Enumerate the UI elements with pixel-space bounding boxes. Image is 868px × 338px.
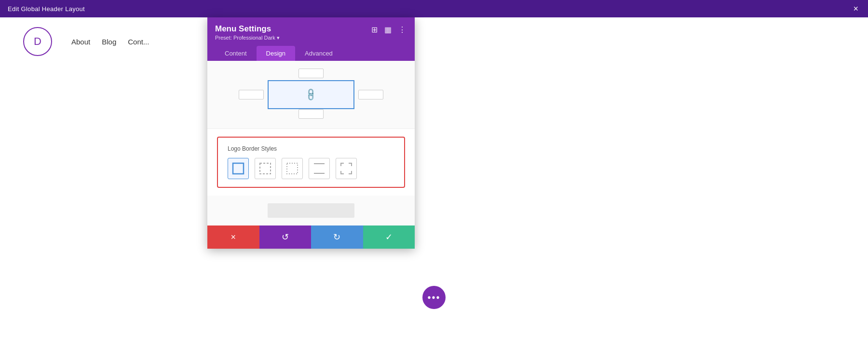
top-bar-title: Edit Global Header Layout [8, 5, 85, 13]
tab-design[interactable]: Design [257, 46, 295, 61]
more-options-icon-button[interactable]: ⋮ [397, 24, 407, 35]
svg-rect-0 [233, 163, 244, 174]
panel-footer: × ↺ ↻ ✓ [207, 225, 415, 249]
panel-tabs: Content Design Advanced [215, 46, 407, 61]
border-style-none-button[interactable] [336, 158, 357, 179]
padding-right-input[interactable]: 0px [358, 90, 383, 99]
padding-section: 0px 0px 🔗 0px 0px [207, 61, 415, 129]
nav-links: About Blog Cont... [71, 38, 149, 46]
padding-middle-row: 0px 🔗 0px [217, 80, 405, 109]
padding-preview-box: 🔗 [268, 80, 354, 109]
top-bar: Edit Global Header Layout × [0, 0, 868, 17]
reset-button[interactable]: ↺ [259, 225, 312, 249]
header-preview: D About Blog Cont... [0, 17, 868, 66]
border-style-dashed-button[interactable] [255, 158, 276, 179]
border-style-solid-button[interactable] [228, 158, 249, 179]
save-button[interactable]: ✓ [363, 225, 415, 249]
logo-circle: D [23, 27, 52, 56]
panel-title: Menu Settings [215, 24, 280, 34]
border-style-top-bottom-button[interactable] [309, 158, 330, 179]
padding-top-input[interactable]: 0px [298, 69, 324, 78]
dotted-border-icon [286, 162, 298, 175]
panel-title-group: Menu Settings Preset: Professional Dark … [215, 24, 280, 41]
border-styles-label: Logo Border Styles [228, 145, 394, 152]
dashed-border-icon [259, 162, 271, 175]
padding-bottom-input[interactable]: 0px [298, 109, 324, 119]
padding-bottom-row: 0px [217, 109, 405, 119]
svg-rect-2 [287, 163, 298, 174]
preview-area: D About Blog Cont... ••• Menu Settings P… [0, 17, 868, 338]
bottom-bar-preview-element [268, 203, 354, 218]
corners-border-icon [340, 162, 353, 175]
panel-header: Menu Settings Preset: Professional Dark … [207, 17, 415, 61]
top-bar-close-button[interactable]: × [851, 4, 860, 14]
panel-body: 0px 0px 🔗 0px 0px Logo Border Styles [207, 61, 415, 225]
nav-link-contact[interactable]: Cont... [128, 38, 149, 46]
floating-action-button[interactable]: ••• [422, 286, 446, 309]
svg-rect-1 [260, 163, 271, 174]
columns-icon-button[interactable]: ▦ [383, 24, 393, 35]
tab-advanced[interactable]: Advanced [295, 46, 342, 61]
border-style-dotted-button[interactable] [282, 158, 303, 179]
border-styles-options [228, 158, 394, 179]
link-icon: 🔗 [303, 87, 318, 102]
padding-left-input[interactable]: 0px [239, 90, 264, 99]
nav-link-about[interactable]: About [71, 38, 90, 46]
settings-panel: Menu Settings Preset: Professional Dark … [207, 17, 415, 249]
nav-link-blog[interactable]: Blog [102, 38, 116, 46]
padding-top-row: 0px [217, 69, 405, 78]
expand-icon-button[interactable]: ⊞ [370, 24, 379, 35]
redo-button[interactable]: ↻ [311, 225, 363, 249]
cancel-button[interactable]: × [207, 225, 259, 249]
panel-header-icons: ⊞ ▦ ⋮ [370, 24, 407, 35]
fab-dots-icon: ••• [427, 292, 440, 303]
tab-content[interactable]: Content [215, 46, 257, 61]
border-styles-section: Logo Border Styles [217, 137, 405, 188]
solid-border-icon [232, 162, 244, 175]
top-bottom-border-icon [313, 162, 326, 175]
bottom-preview [207, 196, 415, 225]
panel-preset[interactable]: Preset: Professional Dark ▾ [215, 35, 280, 41]
